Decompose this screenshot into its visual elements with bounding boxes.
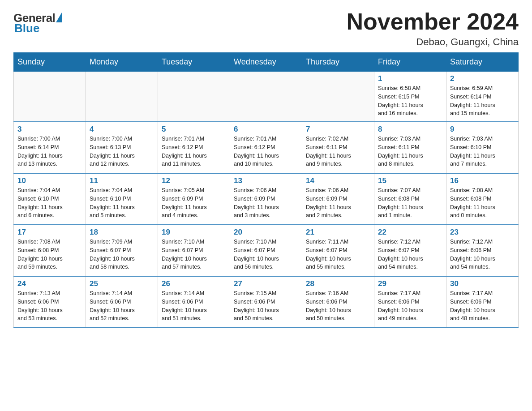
day-number: 14: [306, 176, 370, 185]
day-number: 17: [17, 228, 82, 237]
day-info: Sunrise: 7:01 AM Sunset: 6:12 PM Dayligh…: [162, 135, 226, 168]
calendar-cell: 19Sunrise: 7:10 AM Sunset: 6:07 PM Dayli…: [158, 225, 230, 276]
calendar-cell: 4Sunrise: 7:00 AM Sunset: 6:13 PM Daylig…: [86, 122, 158, 173]
day-number: 10: [17, 176, 82, 185]
weekday-header-wednesday: Wednesday: [230, 53, 302, 72]
calendar-cell: 23Sunrise: 7:12 AM Sunset: 6:06 PM Dayli…: [446, 225, 519, 276]
week-row-5: 24Sunrise: 7:13 AM Sunset: 6:06 PM Dayli…: [14, 276, 519, 328]
day-number: 25: [90, 279, 154, 288]
calendar-cell: 22Sunrise: 7:12 AM Sunset: 6:07 PM Dayli…: [374, 225, 446, 276]
calendar-cell: 17Sunrise: 7:08 AM Sunset: 6:08 PM Dayli…: [14, 225, 86, 276]
logo-triangle-icon: [56, 13, 62, 22]
calendar-cell: 10Sunrise: 7:04 AM Sunset: 6:10 PM Dayli…: [14, 173, 86, 225]
calendar-cell: [230, 72, 302, 122]
calendar-cell: 13Sunrise: 7:06 AM Sunset: 6:09 PM Dayli…: [230, 173, 302, 225]
day-number: 26: [162, 279, 226, 288]
day-number: 9: [450, 125, 515, 134]
day-info: Sunrise: 7:01 AM Sunset: 6:12 PM Dayligh…: [234, 135, 298, 168]
day-number: 12: [162, 176, 226, 185]
title-area: November 2024 Debao, Guangxi, China: [347, 9, 519, 48]
day-number: 4: [90, 125, 154, 134]
weekday-header-sunday: Sunday: [14, 53, 86, 72]
day-number: 27: [234, 279, 298, 288]
calendar-cell: 6Sunrise: 7:01 AM Sunset: 6:12 PM Daylig…: [230, 122, 302, 173]
day-info: Sunrise: 7:06 AM Sunset: 6:09 PM Dayligh…: [234, 186, 298, 220]
calendar-cell: 3Sunrise: 7:00 AM Sunset: 6:14 PM Daylig…: [14, 122, 86, 173]
day-number: 21: [306, 228, 370, 237]
calendar-cell: 18Sunrise: 7:09 AM Sunset: 6:07 PM Dayli…: [86, 225, 158, 276]
day-number: 23: [450, 228, 515, 237]
day-info: Sunrise: 7:12 AM Sunset: 6:07 PM Dayligh…: [378, 238, 442, 271]
weekday-header-thursday: Thursday: [302, 53, 374, 72]
weekday-header-saturday: Saturday: [446, 53, 519, 72]
day-number: 20: [234, 228, 298, 237]
logo: General Blue: [13, 11, 62, 35]
day-number: 19: [162, 228, 226, 237]
day-info: Sunrise: 7:02 AM Sunset: 6:11 PM Dayligh…: [306, 135, 370, 168]
day-info: Sunrise: 7:08 AM Sunset: 6:08 PM Dayligh…: [17, 238, 82, 271]
day-info: Sunrise: 6:59 AM Sunset: 6:14 PM Dayligh…: [450, 84, 515, 118]
day-number: 5: [162, 125, 226, 134]
day-number: 3: [17, 125, 82, 134]
calendar-cell: 30Sunrise: 7:17 AM Sunset: 6:06 PM Dayli…: [446, 276, 519, 328]
day-info: Sunrise: 7:16 AM Sunset: 6:06 PM Dayligh…: [306, 289, 370, 323]
calendar-cell: 12Sunrise: 7:05 AM Sunset: 6:09 PM Dayli…: [158, 173, 230, 225]
day-info: Sunrise: 7:06 AM Sunset: 6:09 PM Dayligh…: [306, 186, 370, 220]
week-row-1: 1Sunrise: 6:58 AM Sunset: 6:15 PM Daylig…: [14, 72, 519, 122]
calendar-table: SundayMondayTuesdayWednesdayThursdayFrid…: [13, 52, 519, 328]
logo-blue-text: Blue: [13, 21, 62, 35]
week-row-3: 10Sunrise: 7:04 AM Sunset: 6:10 PM Dayli…: [14, 173, 519, 225]
day-info: Sunrise: 7:17 AM Sunset: 6:06 PM Dayligh…: [450, 289, 515, 323]
day-number: 24: [17, 279, 82, 288]
calendar-cell: 11Sunrise: 7:04 AM Sunset: 6:10 PM Dayli…: [86, 173, 158, 225]
calendar-cell: 14Sunrise: 7:06 AM Sunset: 6:09 PM Dayli…: [302, 173, 374, 225]
day-info: Sunrise: 7:05 AM Sunset: 6:09 PM Dayligh…: [162, 186, 226, 220]
day-info: Sunrise: 7:14 AM Sunset: 6:06 PM Dayligh…: [162, 289, 226, 323]
calendar-cell: 28Sunrise: 7:16 AM Sunset: 6:06 PM Dayli…: [302, 276, 374, 328]
calendar-cell: 1Sunrise: 6:58 AM Sunset: 6:15 PM Daylig…: [374, 72, 446, 122]
weekday-header-tuesday: Tuesday: [158, 53, 230, 72]
day-info: Sunrise: 6:58 AM Sunset: 6:15 PM Dayligh…: [378, 84, 442, 118]
day-info: Sunrise: 7:11 AM Sunset: 6:07 PM Dayligh…: [306, 238, 370, 271]
day-number: 15: [378, 176, 442, 185]
day-number: 6: [234, 125, 298, 134]
day-number: 29: [378, 279, 442, 288]
day-number: 22: [378, 228, 442, 237]
calendar-cell: 16Sunrise: 7:08 AM Sunset: 6:08 PM Dayli…: [446, 173, 519, 225]
day-info: Sunrise: 7:14 AM Sunset: 6:06 PM Dayligh…: [90, 289, 154, 323]
day-number: 30: [450, 279, 515, 288]
day-number: 11: [90, 176, 154, 185]
day-info: Sunrise: 7:10 AM Sunset: 6:07 PM Dayligh…: [162, 238, 226, 271]
month-title: November 2024: [347, 9, 519, 34]
week-row-2: 3Sunrise: 7:00 AM Sunset: 6:14 PM Daylig…: [14, 122, 519, 173]
calendar-cell: 21Sunrise: 7:11 AM Sunset: 6:07 PM Dayli…: [302, 225, 374, 276]
day-info: Sunrise: 7:08 AM Sunset: 6:08 PM Dayligh…: [450, 186, 515, 220]
calendar-cell: [86, 72, 158, 122]
day-number: 16: [450, 176, 515, 185]
day-info: Sunrise: 7:07 AM Sunset: 6:08 PM Dayligh…: [378, 186, 442, 220]
calendar-cell: 25Sunrise: 7:14 AM Sunset: 6:06 PM Dayli…: [86, 276, 158, 328]
calendar-cell: 9Sunrise: 7:03 AM Sunset: 6:10 PM Daylig…: [446, 122, 519, 173]
header: General Blue November 2024 Debao, Guangx…: [13, 9, 519, 48]
week-row-4: 17Sunrise: 7:08 AM Sunset: 6:08 PM Dayli…: [14, 225, 519, 276]
day-info: Sunrise: 7:13 AM Sunset: 6:06 PM Dayligh…: [17, 289, 82, 323]
weekday-header-friday: Friday: [374, 53, 446, 72]
day-info: Sunrise: 7:04 AM Sunset: 6:10 PM Dayligh…: [90, 186, 154, 220]
day-number: 13: [234, 176, 298, 185]
day-number: 7: [306, 125, 370, 134]
day-number: 28: [306, 279, 370, 288]
calendar-cell: 5Sunrise: 7:01 AM Sunset: 6:12 PM Daylig…: [158, 122, 230, 173]
calendar-cell: 29Sunrise: 7:17 AM Sunset: 6:06 PM Dayli…: [374, 276, 446, 328]
calendar-cell: 8Sunrise: 7:03 AM Sunset: 6:11 PM Daylig…: [374, 122, 446, 173]
day-number: 8: [378, 125, 442, 134]
day-info: Sunrise: 7:00 AM Sunset: 6:14 PM Dayligh…: [17, 135, 82, 168]
day-number: 1: [378, 74, 442, 83]
calendar-cell: 27Sunrise: 7:15 AM Sunset: 6:06 PM Dayli…: [230, 276, 302, 328]
day-info: Sunrise: 7:03 AM Sunset: 6:11 PM Dayligh…: [378, 135, 442, 168]
day-info: Sunrise: 7:04 AM Sunset: 6:10 PM Dayligh…: [17, 186, 82, 220]
calendar-cell: [14, 72, 86, 122]
calendar-cell: 24Sunrise: 7:13 AM Sunset: 6:06 PM Dayli…: [14, 276, 86, 328]
calendar-cell: 2Sunrise: 6:59 AM Sunset: 6:14 PM Daylig…: [446, 72, 519, 122]
day-info: Sunrise: 7:00 AM Sunset: 6:13 PM Dayligh…: [90, 135, 154, 168]
calendar-cell: 20Sunrise: 7:10 AM Sunset: 6:07 PM Dayli…: [230, 225, 302, 276]
